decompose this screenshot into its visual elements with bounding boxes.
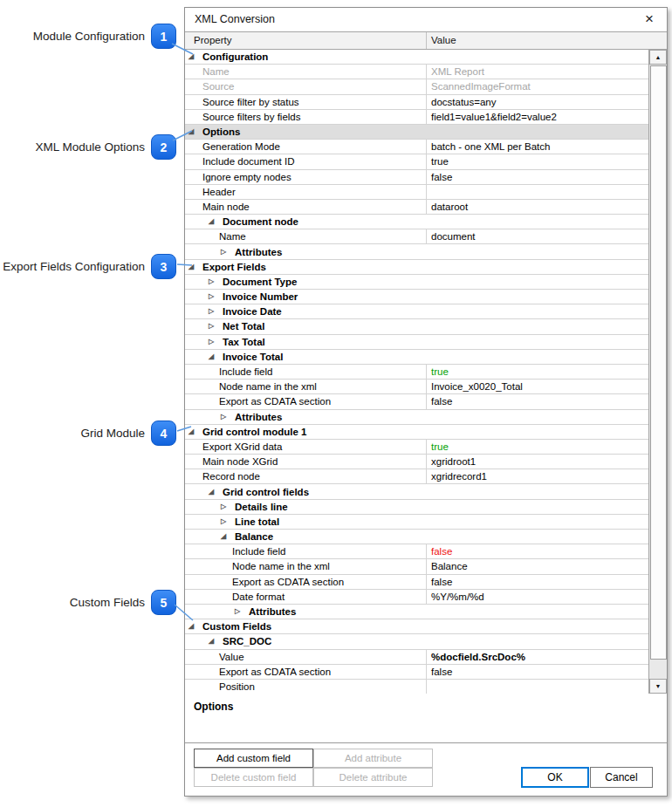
scroll-up-icon[interactable]: ▲	[649, 50, 667, 65]
grid-property-row[interactable]: Include fieldfalse	[185, 544, 648, 559]
grid-property-row[interactable]: Record nodexgridrecord1	[185, 469, 648, 484]
add-attribute-button[interactable]: Add attribute	[313, 749, 433, 768]
grid-section-row[interactable]: ◢Document node	[185, 215, 648, 229]
grid-property-row[interactable]: Ignore empty nodesfalse	[185, 170, 648, 185]
grid-property-row[interactable]: Namedocument	[185, 229, 648, 244]
grid-section-row[interactable]: ▷Document Type	[185, 275, 648, 290]
collapse-triangle-icon[interactable]: ◢	[209, 485, 220, 499]
grid-property-row[interactable]: Header	[185, 185, 648, 200]
collapse-triangle-icon[interactable]: ◢	[221, 530, 232, 544]
grid-section-row[interactable]: ▷Attributes	[185, 244, 648, 259]
property-value[interactable]: field1=value1&field2=value2	[426, 110, 648, 124]
expand-triangle-icon[interactable]: ▷	[221, 245, 232, 259]
property-value[interactable]: true	[426, 440, 648, 454]
expand-triangle-icon[interactable]: ▷	[209, 335, 220, 349]
ok-button[interactable]: OK	[521, 767, 589, 788]
grid-property-row[interactable]: Main nodedataroot	[185, 200, 648, 215]
grid-property-row[interactable]: Node name in the xmlInvoice_x0020_Total	[185, 380, 648, 394]
property-value[interactable]: false	[426, 170, 648, 184]
grid-property-row[interactable]: Export as CDATA sectionfalse	[185, 575, 648, 590]
grid-section-row[interactable]: ▷Attributes	[185, 410, 648, 425]
collapse-triangle-icon[interactable]: ◢	[189, 125, 200, 139]
cancel-button[interactable]: Cancel	[590, 767, 653, 788]
scrollbar-thumb[interactable]	[650, 65, 667, 660]
collapse-triangle-icon[interactable]: ◢	[189, 425, 200, 439]
expand-triangle-icon[interactable]: ▷	[221, 515, 232, 529]
collapse-triangle-icon[interactable]: ◢	[209, 350, 220, 364]
collapse-triangle-icon[interactable]: ◢	[189, 260, 200, 274]
grid-section-row[interactable]: ▷Details line	[185, 500, 648, 515]
add-custom-field-button[interactable]: Add custom field	[194, 749, 313, 768]
grid-section-row[interactable]: ◢Balance	[185, 530, 648, 544]
property-value[interactable]: true	[426, 154, 648, 168]
property-value[interactable]: XML Report	[426, 65, 648, 79]
grid-property-row[interactable]: Source filters by fieldsfield1=value1&fi…	[185, 110, 648, 125]
grid-property-row[interactable]: Export XGrid datatrue	[185, 440, 648, 455]
grid-property-row[interactable]: SourceScannedImageFormat	[185, 79, 648, 94]
property-value[interactable]: false	[426, 394, 648, 408]
grid-section-row[interactable]: ▷Attributes	[185, 605, 648, 619]
grid-property-row[interactable]: Include fieldtrue	[185, 365, 648, 380]
grid-property-row[interactable]: Export as CDATA sectionfalse	[185, 394, 648, 409]
grid-section-row[interactable]: ◢Grid control module 1	[185, 425, 648, 440]
property-value[interactable]: %Y/%m/%d	[426, 590, 648, 604]
property-value[interactable]: Balance	[426, 559, 648, 573]
collapse-triangle-icon[interactable]: ◢	[209, 215, 220, 229]
grid-section-row[interactable]: ◢Configuration	[185, 50, 648, 65]
grid-property-row[interactable]: Include document IDtrue	[185, 154, 648, 169]
grid-section-row[interactable]: ◢Custom Fields	[185, 619, 648, 634]
grid-section-row[interactable]: ◢Invoice Total	[185, 350, 648, 365]
property-value[interactable]: Invoice_x0020_Total	[426, 380, 648, 393]
property-value[interactable]: xgridrecord1	[426, 469, 648, 483]
grid-property-row[interactable]: Value%docfield.SrcDoc%	[185, 650, 648, 665]
grid-section-row[interactable]: ◢Grid control fields	[185, 484, 648, 499]
grid-section-row[interactable]: ▷Net Total	[185, 319, 648, 334]
property-value[interactable]: %docfield.SrcDoc%	[426, 650, 648, 664]
grid-section-row[interactable]: ▷Tax Total	[185, 335, 648, 350]
scroll-down-icon[interactable]: ▼	[649, 679, 667, 694]
property-value[interactable]	[426, 680, 648, 694]
property-value[interactable]: xgridroot1	[426, 455, 648, 468]
delete-attribute-button[interactable]: Delete attribute	[313, 768, 433, 787]
property-value[interactable]: batch - one XML per Batch	[426, 140, 648, 154]
property-value[interactable]: dataroot	[426, 200, 648, 214]
column-header-property[interactable]: Property	[185, 32, 426, 49]
property-value[interactable]: false	[426, 665, 648, 679]
grid-property-row[interactable]: Source filter by statusdocstatus=any	[185, 95, 648, 110]
grid-section-row[interactable]: ◢Export Fields	[185, 260, 648, 275]
vertical-scrollbar[interactable]: ▲ ▼	[648, 50, 667, 694]
close-icon[interactable]: ×	[641, 10, 658, 28]
grid-property-row[interactable]: Generation Modebatch - one XML per Batch	[185, 140, 648, 154]
expand-triangle-icon[interactable]: ▷	[235, 605, 246, 619]
grid-section-row[interactable]: ▷Invoice Number	[185, 290, 648, 304]
grid-property-row[interactable]: NameXML Report	[185, 65, 648, 79]
property-value[interactable]: ScannedImageFormat	[426, 79, 648, 93]
expand-triangle-icon[interactable]: ▷	[209, 319, 220, 333]
expand-triangle-icon[interactable]: ▷	[221, 500, 232, 514]
property-value[interactable]: false	[426, 544, 648, 558]
collapse-triangle-icon[interactable]: ◢	[189, 619, 200, 633]
delete-custom-field-button[interactable]: Delete custom field	[194, 768, 313, 787]
collapse-triangle-icon[interactable]: ◢	[189, 50, 200, 64]
grid-section-row[interactable]: ▷Invoice Date	[185, 304, 648, 319]
property-value[interactable]: document	[426, 229, 648, 243]
expand-triangle-icon[interactable]: ▷	[221, 410, 232, 424]
property-value[interactable]	[426, 185, 648, 199]
grid-section-row[interactable]: ◢Options	[185, 125, 648, 140]
grid-section-row[interactable]: ◢SRC_DOC	[185, 634, 648, 649]
expand-triangle-icon[interactable]: ▷	[209, 275, 220, 289]
expand-triangle-icon[interactable]: ▷	[209, 304, 220, 318]
property-value[interactable]: docstatus=any	[426, 95, 648, 109]
expand-triangle-icon[interactable]: ▷	[209, 290, 220, 304]
column-header-value[interactable]: Value	[426, 32, 667, 49]
property-value[interactable]: true	[426, 365, 648, 379]
grid-section-row[interactable]: ▷Line total	[185, 515, 648, 530]
property-value[interactable]: false	[426, 575, 648, 589]
grid-property-row[interactable]: Main node XGridxgridroot1	[185, 455, 648, 469]
grid-property-row[interactable]: Node name in the xmlBalance	[185, 559, 648, 574]
grid-property-row[interactable]: Export as CDATA sectionfalse	[185, 665, 648, 680]
grid-property-row[interactable]: Date format%Y/%m/%d	[185, 590, 648, 605]
dialog-titlebar[interactable]: XML Conversion ×	[185, 8, 667, 31]
grid-property-row[interactable]: Position	[185, 680, 648, 694]
collapse-triangle-icon[interactable]: ◢	[209, 634, 220, 648]
